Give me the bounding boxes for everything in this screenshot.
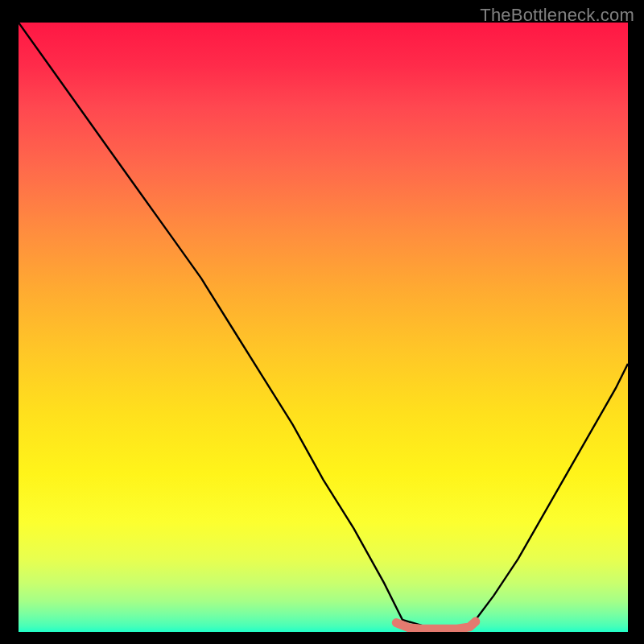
curve-layer (19, 23, 628, 632)
watermark-text: TheBottleneck.com (480, 5, 634, 26)
chart-root: TheBottleneck.com (0, 0, 644, 644)
optimal-zone-marker (396, 621, 476, 629)
bottleneck-curve (19, 23, 628, 629)
plot-area (19, 23, 628, 632)
